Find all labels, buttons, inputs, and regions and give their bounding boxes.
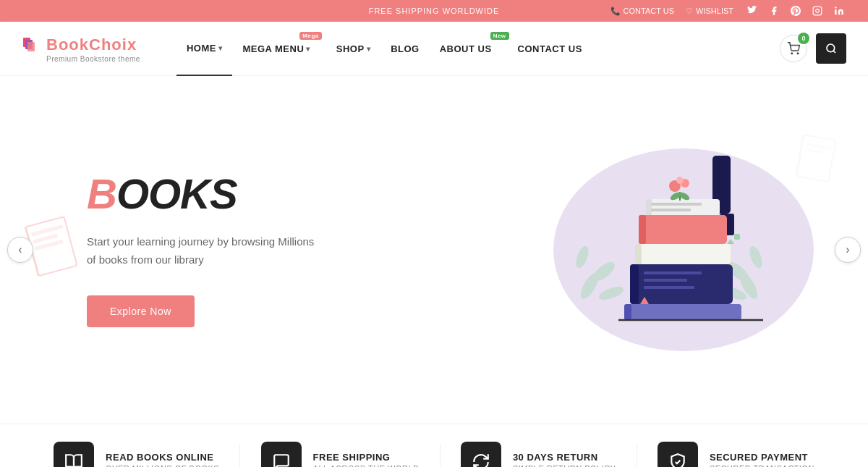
svg-rect-36 (637, 244, 731, 264)
svg-rect-37 (635, 244, 642, 264)
nav-about[interactable]: ABOUT US New (430, 22, 508, 76)
chevron-down-icon: ▾ (367, 45, 371, 53)
svg-point-20 (597, 284, 626, 302)
main-nav: HOME ▾ MEGA MENU ▾ Mega SHOP ▾ BLOG ABOU… (176, 22, 780, 76)
svg-rect-33 (639, 215, 646, 244)
feature-subtitle: SECURED TRANSACTION (710, 464, 814, 468)
pinterest-icon[interactable] (788, 4, 803, 18)
svg-point-2 (835, 7, 836, 8)
svg-marker-35 (727, 239, 734, 244)
feature-title: FREE SHIPPING (313, 452, 420, 463)
svg-point-21 (574, 245, 591, 270)
feature-divider (637, 444, 637, 467)
feature-read-books: READ BOOKS ONLINE OVER MILLIONS OF BOOKS (54, 442, 219, 467)
slider-next-button[interactable]: › (835, 237, 861, 263)
search-button[interactable] (816, 33, 846, 64)
svg-rect-28 (647, 199, 720, 215)
feature-return-text: 30 DAYS RETURN SIMPLE RETURN POLICY (513, 452, 616, 468)
svg-rect-0 (813, 7, 822, 15)
cart-count: 0 (798, 33, 809, 44)
contact-link[interactable]: 📞 CONTACT US (610, 7, 675, 16)
feature-payment-text: SECURED PAYMENT SECURED TRANSACTION (710, 452, 814, 468)
feature-return: 30 DAYS RETURN SIMPLE RETURN POLICY (461, 442, 616, 467)
new-badge: New (490, 32, 509, 40)
feature-title: SECURED PAYMENT (710, 452, 814, 463)
svg-point-25 (747, 245, 765, 270)
book-open-icon (64, 453, 83, 467)
features-bar: READ BOOKS ONLINE OVER MILLIONS OF BOOKS… (0, 424, 868, 467)
search-icon (825, 43, 837, 54)
explore-button[interactable]: Explore Now (87, 295, 195, 327)
feature-free-shipping: FREE SHIPPING ALL ACROSS THE WORLD (261, 442, 420, 467)
hero-title: BOOKS (87, 173, 456, 215)
svg-rect-41 (644, 272, 702, 274)
cart-button[interactable]: 0 (780, 35, 807, 62)
shipping-text: FREE SHIPPING WORLDWIDE (297, 7, 571, 15)
nav-blog[interactable]: BLOG (380, 22, 430, 76)
feature-title: 30 DAYS RETURN (513, 452, 616, 463)
nav-contact[interactable]: CONTACT US (508, 22, 592, 76)
svg-rect-43 (644, 286, 694, 289)
nav-home[interactable]: HOME ▾ (176, 22, 233, 76)
chevron-down-icon: ▾ (306, 45, 310, 53)
svg-point-8 (827, 44, 835, 52)
free-shipping-icon-box (261, 442, 302, 467)
svg-rect-32 (640, 215, 727, 244)
svg-rect-38 (631, 264, 733, 304)
hero-illustration (499, 127, 868, 373)
svg-rect-44 (626, 304, 741, 320)
logo[interactable]: BookChoix Premium Bookstore theme (22, 35, 140, 63)
svg-point-7 (797, 53, 799, 54)
hero-content: BOOKS Start your learning journey by bro… (0, 144, 499, 356)
slider-prev-button[interactable]: ‹ (7, 237, 33, 263)
books-illustration (546, 127, 821, 373)
mega-badge: Mega (299, 32, 321, 40)
chevron-down-icon: ▾ (218, 44, 223, 52)
hero-section: ‹ BOOKS Start your learning journey by b… (0, 76, 868, 424)
logo-icon (22, 35, 42, 55)
svg-rect-42 (644, 279, 687, 282)
linkedin-icon[interactable] (832, 4, 846, 18)
svg-rect-39 (630, 264, 639, 304)
nav-shop[interactable]: SHOP ▾ (326, 22, 380, 76)
hero-description: Start your learning journey by browsing … (87, 232, 318, 269)
heart-icon: ♡ (686, 7, 693, 16)
header: BookChoix Premium Bookstore theme HOME ▾… (0, 22, 868, 76)
facebook-icon[interactable] (767, 4, 781, 18)
svg-rect-34 (734, 234, 740, 240)
feature-free-shipping-text: FREE SHIPPING ALL ACROSS THE WORLD (313, 452, 420, 468)
svg-point-49 (676, 177, 684, 184)
svg-rect-31 (651, 209, 691, 211)
message-icon (272, 453, 291, 467)
read-books-icon-box (54, 442, 94, 467)
feature-subtitle: SIMPLE RETURN POLICY (513, 464, 616, 468)
twitter-icon[interactable] (745, 4, 760, 18)
feature-read-books-text: READ BOOKS ONLINE OVER MILLIONS OF BOOKS (106, 452, 219, 468)
svg-rect-30 (651, 203, 702, 206)
svg-point-6 (791, 53, 793, 54)
header-actions: 0 (780, 33, 846, 64)
feature-divider (239, 444, 240, 467)
feature-subtitle: OVER MILLIONS OF BOOKS (106, 464, 219, 468)
svg-rect-29 (646, 199, 652, 215)
phone-icon: 📞 (610, 7, 621, 16)
feature-subtitle: ALL ACROSS THE WORLD (313, 464, 420, 468)
social-icons (745, 4, 846, 18)
top-bar: FREE SHIPPING WORLDWIDE 📞 CONTACT US ♡ W… (0, 0, 868, 22)
feature-divider (440, 444, 441, 467)
payment-icon-box (658, 442, 698, 467)
nav-mega-menu[interactable]: MEGA MENU ▾ Mega (232, 22, 326, 76)
books-svg (546, 127, 792, 344)
feature-title: READ BOOKS ONLINE (106, 452, 219, 463)
instagram-icon[interactable] (810, 4, 825, 18)
return-icon-box (461, 442, 501, 467)
feature-payment: SECURED PAYMENT SECURED TRANSACTION (658, 442, 814, 467)
svg-rect-45 (624, 304, 631, 320)
svg-rect-5 (27, 42, 35, 51)
cart-icon (787, 42, 800, 55)
logo-subtitle: Premium Bookstore theme (46, 55, 140, 63)
shield-icon (668, 453, 687, 467)
refresh-icon (472, 453, 490, 467)
wishlist-link[interactable]: ♡ WISHLIST (686, 7, 733, 16)
